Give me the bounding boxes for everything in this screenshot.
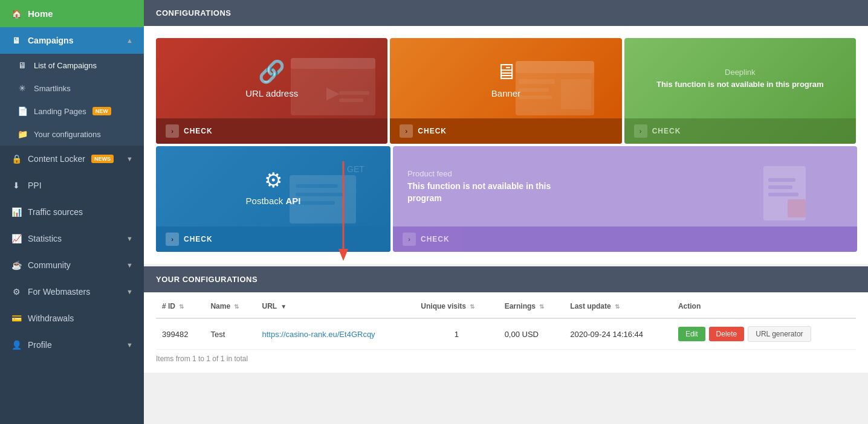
product-feed-card-subtitle: This function is not available in this p… bbox=[407, 181, 577, 204]
sidebar-profile[interactable]: 👤 Profile ▼ bbox=[0, 332, 144, 358]
cell-id: 399482 bbox=[156, 318, 204, 350]
col-id[interactable]: # ID ⇅ bbox=[156, 295, 204, 318]
col-action: Action bbox=[672, 295, 856, 318]
cell-unique-visits: 1 bbox=[415, 318, 498, 350]
svg-rect-3 bbox=[339, 91, 369, 95]
product-feed-card-pre: Product feed bbox=[407, 169, 452, 178]
postback-check-label: CHECK bbox=[184, 235, 213, 243]
your-configurations-header: YOUR CONFIGURATIONS bbox=[144, 266, 868, 292]
traffic-sources-label: Traffic sources bbox=[28, 207, 83, 217]
profile-chevron: ▼ bbox=[126, 341, 133, 349]
svg-rect-6 bbox=[516, 61, 594, 73]
cards-row-2: GET ⚙ Postback API › CHECK bbox=[156, 146, 856, 252]
url-check-arrow-icon: › bbox=[166, 124, 179, 138]
deeplink-card-footer[interactable]: › CHECK bbox=[624, 118, 856, 144]
cell-url[interactable]: https://casino-rank.eu/Et4GRcqy bbox=[256, 318, 415, 350]
statistics-label: Statistics bbox=[28, 234, 62, 243]
sidebar-item-label: Landing Pages bbox=[34, 107, 86, 116]
sidebar-item-label: Smartlinks bbox=[34, 84, 71, 93]
content-locker-chevron: ▼ bbox=[126, 155, 133, 162]
card-product-feed[interactable]: Product feed This function is not availa… bbox=[393, 146, 857, 252]
delete-button[interactable]: Delete bbox=[709, 327, 745, 341]
url-generator-button[interactable]: URL generator bbox=[748, 326, 811, 342]
cards-container: ▶ 🔗 URL address › CHECK bbox=[144, 26, 868, 264]
sidebar-item-smartlinks[interactable]: ✳ Smartlinks bbox=[0, 77, 144, 100]
deeplink-card-pre: Deeplink bbox=[725, 68, 756, 77]
product-check-label: CHECK bbox=[421, 235, 450, 243]
table-row: 399482 Test https://casino-rank.eu/Et4GR… bbox=[156, 318, 856, 350]
sidebar-statistics[interactable]: 📈 Statistics ▼ bbox=[0, 225, 144, 252]
community-chevron: ▼ bbox=[126, 262, 133, 269]
postback-card-bg: GET bbox=[262, 146, 390, 252]
sidebar-for-webmasters[interactable]: ⚙ For Webmasters ▼ bbox=[0, 278, 144, 305]
main-content: CONFIGURATIONS ▶ 🔗 U bbox=[144, 0, 868, 424]
svg-rect-4 bbox=[339, 98, 363, 102]
statistics-chevron: ▼ bbox=[126, 235, 133, 242]
sidebar-withdrawals[interactable]: 💳 Withdrawals bbox=[0, 305, 144, 332]
home-label: Home bbox=[28, 8, 53, 19]
sidebar-community[interactable]: ☕ Community ▼ bbox=[0, 252, 144, 278]
landing-pages-badge: NEW bbox=[92, 107, 111, 115]
sidebar-home[interactable]: 🏠 Home bbox=[0, 0, 144, 27]
banner-check-arrow-icon: › bbox=[400, 124, 413, 138]
sidebar-item-list-of-campaigns[interactable]: 🖥 List of Campaigns bbox=[0, 54, 144, 77]
table-header-row: # ID ⇅ Name ⇅ URL ▼ Unique visits ⇅ Earn… bbox=[156, 295, 856, 318]
campaigns-chevron: ▲ bbox=[126, 37, 133, 44]
card-banner[interactable]: 🖥 Banner › CHECK bbox=[390, 38, 621, 144]
card-deeplink[interactable]: Deeplink This function is not available … bbox=[624, 38, 856, 144]
campaigns-label: Campaigns bbox=[28, 36, 73, 45]
cell-earnings: 0,00 USD bbox=[499, 318, 565, 350]
deeplink-card-inner: Deeplink This function is not available … bbox=[624, 38, 856, 118]
sidebar-item-your-configurations[interactable]: 📁 Your configurations bbox=[0, 123, 144, 146]
svg-rect-17 bbox=[768, 178, 795, 182]
svg-rect-7 bbox=[561, 79, 591, 109]
cards-row-1: ▶ 🔗 URL address › CHECK bbox=[156, 38, 856, 144]
table-body: 399482 Test https://casino-rank.eu/Et4GR… bbox=[156, 318, 856, 350]
ppi-icon: ⬇ bbox=[11, 181, 22, 190]
your-configurations-section: YOUR CONFIGURATIONS # ID ⇅ Name ⇅ URL ▼ … bbox=[144, 266, 868, 373]
withdrawals-icon: 💳 bbox=[11, 313, 22, 323]
community-label: Community bbox=[28, 260, 71, 270]
configurations-header: CONFIGURATIONS bbox=[144, 0, 868, 26]
svg-rect-8 bbox=[519, 79, 555, 84]
svg-rect-10 bbox=[519, 95, 552, 99]
sidebar-traffic-sources[interactable]: 📊 Traffic sources bbox=[0, 199, 144, 225]
content-locker-icon: 🔒 bbox=[11, 154, 22, 164]
smartlinks-icon: ✳ bbox=[17, 83, 28, 93]
card-postback[interactable]: GET ⚙ Postback API › CHECK bbox=[156, 146, 390, 252]
svg-rect-13 bbox=[296, 193, 344, 196]
url-link[interactable]: https://casino-rank.eu/Et4GRcqy bbox=[262, 330, 375, 339]
deeplink-card-subtitle: This function is not available in this p… bbox=[656, 79, 824, 90]
withdrawals-label: Withdrawals bbox=[28, 313, 74, 323]
svg-rect-19 bbox=[768, 193, 798, 196]
col-earnings[interactable]: Earnings ⇅ bbox=[499, 295, 565, 318]
col-url[interactable]: URL ▼ bbox=[256, 295, 415, 318]
svg-rect-9 bbox=[519, 88, 549, 92]
postback-check-arrow-icon: › bbox=[166, 233, 179, 246]
sidebar-content-locker[interactable]: 🔒 Content Locker NEWS ▼ bbox=[0, 146, 144, 172]
for-webmasters-icon: ⚙ bbox=[11, 287, 22, 297]
svg-rect-18 bbox=[768, 185, 792, 189]
url-check-label: CHECK bbox=[184, 127, 213, 135]
col-unique-visits[interactable]: Unique visits ⇅ bbox=[415, 295, 498, 318]
campaigns-icon: 🖥 bbox=[11, 36, 22, 45]
svg-text:GET: GET bbox=[347, 166, 364, 174]
sidebar-item-label: List of Campaigns bbox=[34, 61, 97, 70]
sidebar-campaigns-section[interactable]: 🖥 Campaigns ▲ bbox=[0, 27, 144, 54]
table-container: # ID ⇅ Name ⇅ URL ▼ Unique visits ⇅ Earn… bbox=[144, 295, 868, 373]
svg-text:▶: ▶ bbox=[326, 83, 340, 102]
sidebar-item-landing-pages[interactable]: 📄 Landing Pages NEW bbox=[0, 100, 144, 123]
col-name[interactable]: Name ⇅ bbox=[204, 295, 256, 318]
col-last-update[interactable]: Last update ⇅ bbox=[564, 295, 672, 318]
list-of-campaigns-icon: 🖥 bbox=[17, 60, 28, 70]
landing-pages-icon: 📄 bbox=[17, 106, 28, 116]
community-icon: ☕ bbox=[11, 260, 22, 270]
sidebar-ppi[interactable]: ⬇ PPI bbox=[0, 172, 144, 199]
ppi-label: PPI bbox=[28, 181, 42, 190]
card-url-address[interactable]: ▶ 🔗 URL address › CHECK bbox=[156, 38, 387, 144]
product-feed-card-footer[interactable]: › CHECK bbox=[393, 226, 857, 252]
product-check-arrow-icon: › bbox=[403, 233, 416, 246]
edit-button[interactable]: Edit bbox=[678, 327, 705, 341]
svg-rect-11 bbox=[290, 175, 356, 223]
svg-rect-20 bbox=[788, 199, 806, 217]
